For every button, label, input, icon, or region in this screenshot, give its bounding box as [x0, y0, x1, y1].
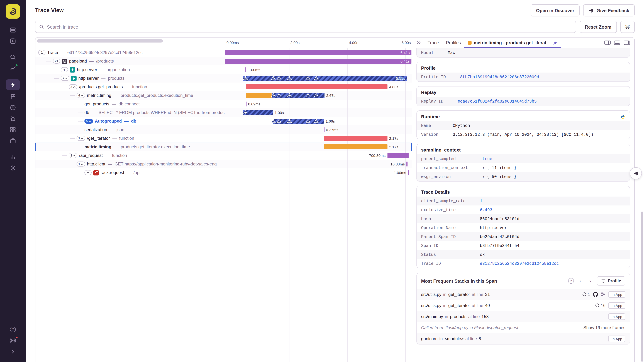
trace-row[interactable]: 5Autogrouped—db1.66s [36, 117, 412, 125]
span-bar-track[interactable]: 1.66s [225, 117, 412, 125]
stack-frame-row[interactable]: src/utils.pyinget_iteratorat line4016In … [417, 300, 630, 311]
span-bar[interactable] [225, 50, 412, 55]
span-bar-track[interactable]: 709.80ms [225, 151, 412, 160]
span-count-badge[interactable]: 2+ [53, 59, 60, 64]
sidebar-item-stats[interactable] [6, 125, 20, 134]
drawer-layout-1-icon[interactable] [604, 40, 611, 45]
span-bar-track[interactable]: 5.55s [225, 74, 412, 83]
span-bar[interactable] [246, 84, 387, 89]
sidebar-item-profiling[interactable] [6, 79, 20, 90]
kv-value[interactable]: ›{ 11 items } [482, 163, 630, 172]
span-bar-track[interactable]: 1.00ms [225, 65, 412, 74]
kv-value[interactable]: 6.493 [480, 205, 630, 214]
kv-value[interactable]: 1 [480, 196, 630, 205]
drawer-layout-3-icon[interactable] [624, 40, 630, 45]
span-bar-track[interactable]: 6.41s [225, 57, 412, 65]
tab-profiles[interactable]: Profiles [442, 37, 464, 48]
sidebar-item-settings[interactable] [6, 163, 20, 173]
error-triangle-icon[interactable] [277, 93, 282, 97]
span-bar-track[interactable]: 16.83ms [225, 160, 412, 168]
span-bar[interactable] [246, 93, 272, 98]
trace-row[interactable]: 1Trace—e31278c256524c3297e2cd12458e12cc6… [36, 48, 412, 57]
tab-trace[interactable]: Trace [424, 37, 442, 48]
trace-row[interactable]: 1/api_request—function709.80ms [36, 151, 412, 160]
sidebar-item-search[interactable] [6, 52, 20, 62]
give-feedback-button[interactable]: Give Feedback [583, 4, 635, 16]
span-count-badge[interactable]: 1 [38, 50, 46, 55]
span-count-badge[interactable]: 1 [69, 153, 77, 158]
kv-value[interactable]: ›{ 50 items } [482, 172, 630, 181]
error-triangle-icon[interactable] [243, 110, 248, 114]
span-bar[interactable] [406, 162, 408, 167]
sidebar-item-releases[interactable] [6, 91, 20, 101]
next-stack-button[interactable]: › [587, 278, 593, 284]
sidebar-item-projects[interactable] [6, 136, 20, 146]
trace-row[interactable]: serialization—json0.27ms [36, 125, 412, 134]
trace-row[interactable]: 2+pageload—/products6.41s [36, 57, 412, 65]
span-bar-track[interactable]: 0.27ms [225, 125, 412, 134]
span-bar-track[interactable]: 1.00ms [225, 168, 412, 177]
error-triangle-icon[interactable] [306, 119, 310, 123]
error-triangle-icon[interactable] [287, 119, 292, 123]
profile-button[interactable]: Profile [596, 276, 626, 286]
span-bar-track[interactable]: 2.17s [225, 143, 412, 151]
error-triangle-icon[interactable] [306, 93, 310, 97]
trace-row[interactable]: db—SELECT * FROM products WHERE id IN (S… [36, 108, 412, 117]
info-icon[interactable]: ? [568, 278, 574, 284]
span-bar[interactable] [324, 144, 387, 149]
sidebar-item-insights[interactable] [6, 114, 20, 123]
error-triangle-icon[interactable] [271, 119, 276, 123]
occurrence-count[interactable]: 16 [595, 303, 606, 308]
sidebar-item-collapse[interactable] [6, 347, 20, 356]
span-count-badge[interactable]: 4 [76, 93, 85, 98]
error-triangle-icon[interactable] [277, 76, 282, 80]
reset-zoom-button[interactable]: Reset Zoom [580, 21, 617, 33]
span-count-badge[interactable]: 2 [69, 84, 77, 89]
span-bar-track[interactable]: 1.00s [225, 108, 412, 117]
error-triangle-icon[interactable] [271, 76, 276, 80]
sidebar-item-dashboards[interactable] [6, 152, 20, 162]
trace-row[interactable]: 1/get_iterator—function2.17s [36, 134, 412, 143]
kv-value[interactable]: ecae7c51f0024f2fa82e6314045d73b5 [458, 97, 630, 106]
trace-row[interactable]: +rack.request—/api1.00ms [36, 168, 412, 177]
stack-frame-row[interactable]: src/utils.pyinget_iteratorat line311In A… [417, 289, 630, 300]
search-input[interactable] [47, 24, 572, 29]
error-triangle-icon[interactable] [314, 76, 319, 80]
trace-row[interactable]: 1http.client—GET https://application-mon… [36, 160, 412, 168]
expand-chevron-icon[interactable]: › [482, 166, 484, 170]
sidebar-item-crons[interactable] [6, 103, 20, 112]
sidebar-item-whats-new[interactable] [6, 336, 20, 345]
error-triangle-icon[interactable] [287, 93, 292, 97]
error-triangle-icon[interactable] [314, 119, 319, 123]
stack-frame-row[interactable]: Called from: flask/app.py in Flask.dispa… [417, 322, 630, 333]
span-bar[interactable] [246, 67, 246, 72]
error-triangle-icon[interactable] [306, 76, 310, 80]
span-bar[interactable] [225, 59, 412, 64]
span-bar[interactable] [246, 102, 247, 107]
kv-value[interactable]: e31278c256524c3297e2cd12458e12cc [480, 259, 630, 268]
error-triangle-icon[interactable] [277, 119, 282, 123]
span-count-badge[interactable]: 1 [76, 162, 85, 167]
open-in-discover-button[interactable]: Open in Discover [531, 4, 580, 16]
expand-chevron-icon[interactable]: › [482, 175, 484, 179]
error-triangle-icon[interactable] [314, 93, 319, 97]
sentry-logo[interactable] [6, 4, 20, 18]
sidebar-item-help[interactable]: ? [6, 325, 20, 334]
sidebar-item-issues[interactable] [6, 25, 20, 35]
trace-row[interactable]: 2/products.get_products—function4.83s [36, 83, 412, 91]
kv-value[interactable]: true [482, 154, 630, 163]
trace-row[interactable]: metric.timing—products.get_iterator.exec… [36, 143, 412, 151]
trace-row[interactable]: get_products—db.connect0.09ms [36, 100, 412, 108]
show-more-frames-link[interactable]: Show 19 more frames [583, 325, 626, 330]
span-count-badge[interactable]: 1 [76, 136, 85, 141]
kv-value[interactable]: 8fb7bb1891994f8c862f206e8722009d [460, 73, 630, 81]
sidebar-item-metrics[interactable] [6, 63, 20, 73]
span-bar-track[interactable]: 6.41s [225, 48, 412, 57]
feedback-fab-button[interactable] [630, 167, 642, 180]
github-icon[interactable] [593, 292, 598, 297]
search-box[interactable] [35, 21, 576, 33]
expand-drawer-icon[interactable] [414, 37, 423, 48]
stack-frame-row[interactable]: gunicornin<module>at line8In App [417, 333, 630, 344]
branch-icon[interactable] [601, 292, 605, 297]
sidebar-item-explore[interactable] [6, 36, 20, 46]
